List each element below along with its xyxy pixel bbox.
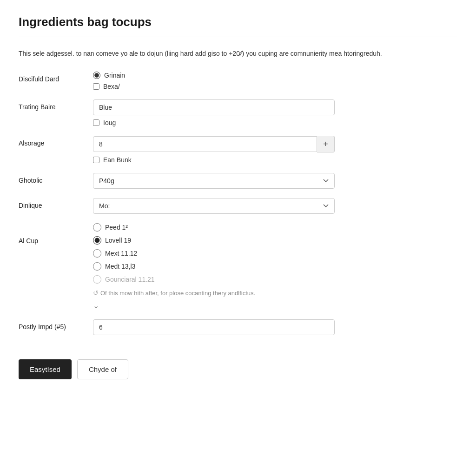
radio-mext-input[interactable]: [93, 249, 101, 258]
alsorage-number-row: +: [93, 136, 335, 152]
ghotolic-label: Ghotolic: [19, 173, 93, 184]
al-cup-option-lovell[interactable]: Lovell 19: [93, 236, 335, 245]
discifuld-dard-label: Discifuld Dard: [19, 72, 93, 83]
radio-lovell-label: Lovell 19: [105, 237, 131, 244]
helper-icon: ↺: [93, 289, 99, 297]
chevron-down-icon[interactable]: ⌄: [93, 301, 335, 310]
page-container: Ingredients bag tocups This sele adgesse…: [0, 0, 476, 476]
checkbox-ioug-label: Ioug: [103, 119, 116, 126]
dinlique-al-cup-controls: Mo: Tu: We: Peed 1² Lovell 19 M: [93, 198, 335, 310]
button-row: EasytIsed Chyde of: [19, 359, 457, 379]
al-cup-label: Al Cup: [19, 209, 93, 245]
radio-peed-input[interactable]: [93, 223, 101, 231]
trating-baire-input[interactable]: Blue: [93, 99, 335, 115]
form-section: Discifuld Dard Grinain Bexa/ Trating Bai…: [19, 72, 457, 344]
radio-medt-input[interactable]: [93, 262, 101, 271]
radio-peed-label: Peed 1²: [105, 224, 128, 231]
discifuld-radio-grinain[interactable]: Grinain: [93, 72, 335, 79]
radio-gounciaral-label: Gounciaral 11.21: [105, 276, 155, 283]
dinlique-select[interactable]: Mo: Tu: We:: [93, 198, 335, 214]
radio-medt-label: Medt 13,l3: [105, 263, 135, 270]
radio-gounciaral-input[interactable]: [93, 275, 101, 284]
postly-impd-controls: [93, 319, 335, 335]
radio-grinain-input[interactable]: [93, 72, 100, 79]
checkbox-ioug-input[interactable]: [93, 119, 99, 126]
trating-baire-row: Trating Baire Blue Ioug: [19, 99, 457, 126]
postly-impd-input[interactable]: [93, 319, 335, 335]
dinlique-al-cup-labels: Dinlique Al Cup: [19, 198, 93, 245]
ghotolic-controls: P40g P80g P120g: [93, 173, 335, 189]
postly-impd-row: Postly Impd (#5): [19, 319, 457, 335]
trating-baire-label: Trating Baire: [19, 99, 93, 111]
radio-lovell-input[interactable]: [93, 236, 101, 245]
alsorage-row: Alsorage + Ean Bunk: [19, 136, 457, 164]
easytised-button[interactable]: EasytIsed: [19, 359, 72, 379]
discifuld-dard-controls: Grinain Bexa/: [93, 72, 335, 90]
checkbox-bexa-input[interactable]: [93, 83, 99, 90]
alsorage-controls: + Ean Bunk: [93, 136, 335, 164]
checkbox-eanbunk-input[interactable]: [93, 157, 99, 163]
chyde-of-button[interactable]: Chyde of: [77, 359, 128, 379]
ghotolic-row: Ghotolic P40g P80g P120g: [19, 173, 457, 189]
trating-baire-controls: Blue Ioug: [93, 99, 335, 126]
al-cup-helper: ↺ Of this mow hith after, for plose coca…: [93, 289, 335, 297]
alsorage-label: Alsorage: [19, 136, 93, 147]
discifuld-checkbox-bexa[interactable]: Bexa/: [93, 83, 335, 90]
checkbox-eanbunk-label: Ean Bunk: [103, 156, 132, 164]
al-cup-option-medt[interactable]: Medt 13,l3: [93, 262, 335, 271]
alsorage-input[interactable]: [93, 136, 317, 152]
page-title: Ingredients bag tocups: [19, 15, 457, 29]
al-cup-option-mext[interactable]: Mext 11.12: [93, 249, 335, 258]
dinlique-label: Dinlique: [19, 198, 93, 209]
trating-baire-checkbox[interactable]: Ioug: [93, 119, 335, 126]
postly-impd-label: Postly Impd (#5): [19, 319, 93, 331]
radio-grinain-label: Grinain: [104, 72, 125, 79]
checkbox-bexa-label: Bexa/: [103, 83, 120, 90]
al-cup-radio-group: Peed 1² Lovell 19 Mext 11.12 Medt 13,l3: [93, 223, 335, 284]
section-divider: [19, 37, 457, 37]
alsorage-increment-button[interactable]: +: [317, 136, 335, 152]
radio-mext-label: Mext 11.12: [105, 250, 137, 257]
page-description: This sele adgessel. to nan comeve yo ale…: [19, 48, 457, 59]
al-cup-option-gounciaral[interactable]: Gounciaral 11.21: [93, 275, 335, 284]
dinlique-al-cup-row: Dinlique Al Cup Mo: Tu: We: Peed 1² L: [19, 198, 457, 310]
al-cup-option-peed[interactable]: Peed 1²: [93, 223, 335, 231]
helper-text-content: Of this mow hith after, for plose cocant…: [100, 290, 255, 297]
ghotolic-select[interactable]: P40g P80g P120g: [93, 173, 335, 189]
alsorage-checkbox[interactable]: Ean Bunk: [93, 156, 335, 164]
discifuld-dard-row: Discifuld Dard Grinain Bexa/: [19, 72, 457, 90]
